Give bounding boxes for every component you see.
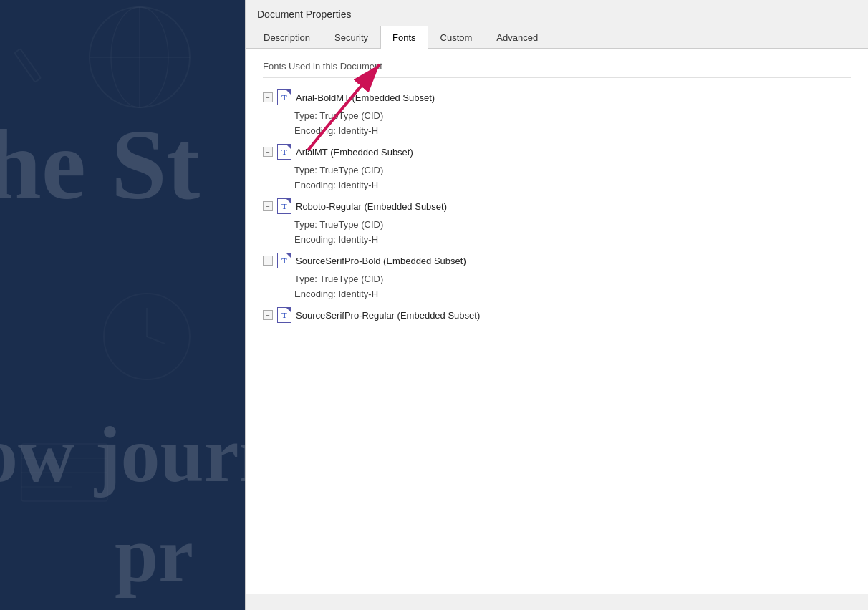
font-item-header: − T Roboto-Regular (Embedded Subset): [263, 198, 851, 214]
font-name: SourceSerifPro-Bold (Embedded Subset): [296, 256, 466, 266]
tab-description[interactable]: Description: [251, 26, 322, 49]
font-item-arial-bold: − T Arial-BoldMT (Embedded Subset) Type:…: [263, 89, 851, 138]
fonts-tab-content: Fonts Used in this Document − T Arial-Bo…: [246, 49, 868, 594]
font-details: Type: TrueType (CID) Encoding: Identity-…: [294, 163, 851, 193]
font-type-row: Type: TrueType (CID): [294, 163, 851, 178]
font-item-source-serif-bold: − T SourceSerifPro-Bold (Embedded Subset…: [263, 253, 851, 301]
collapse-button[interactable]: −: [263, 310, 273, 320]
font-details: Type: TrueType (CID) Encoding: Identity-…: [294, 217, 851, 247]
font-type-row: Type: TrueType (CID): [294, 217, 851, 232]
font-item-header: − T ArialMT (Embedded Subset): [263, 144, 851, 160]
font-item-header: − T Arial-BoldMT (Embedded Subset): [263, 89, 851, 105]
tab-custom[interactable]: Custom: [428, 26, 485, 49]
font-type-icon: T: [277, 89, 291, 105]
font-item-roboto: − T Roboto-Regular (Embedded Subset) Typ…: [263, 198, 851, 247]
font-name: ArialMT (Embedded Subset): [296, 147, 413, 158]
svg-line-7: [147, 337, 165, 344]
font-name: SourceSerifPro-Regular (Embedded Subset): [296, 310, 480, 321]
font-encoding-row: Encoding: Identity-H: [294, 286, 851, 301]
font-item-header: − T SourceSerifPro-Regular (Embedded Sub…: [263, 307, 851, 323]
svg-rect-4: [14, 49, 41, 82]
section-header: Fonts Used in this Document: [263, 61, 851, 78]
font-encoding-row: Encoding: Identity-H: [294, 123, 851, 138]
font-item-source-serif-regular: − T SourceSerifPro-Regular (Embedded Sub…: [263, 307, 851, 323]
font-type-icon: T: [277, 253, 291, 268]
bg-pattern-icons: [0, 0, 243, 610]
document-properties-dialog: Document Properties Description Security…: [245, 0, 868, 610]
font-name: Roboto-Regular (Embedded Subset): [296, 201, 447, 212]
font-item-arial: − T ArialMT (Embedded Subset) Type: True…: [263, 144, 851, 193]
font-type-icon: T: [277, 307, 291, 323]
tab-bar: Description Security Fonts Custom Advanc…: [246, 26, 868, 49]
dialog-title: Document Properties: [246, 0, 868, 26]
font-encoding-row: Encoding: Identity-H: [294, 178, 851, 193]
font-details: Type: TrueType (CID) Encoding: Identity-…: [294, 108, 851, 138]
tab-advanced[interactable]: Advanced: [484, 26, 550, 49]
font-type-icon: T: [277, 198, 291, 214]
font-details: Type: TrueType (CID) Encoding: Identity-…: [294, 271, 851, 301]
tab-security[interactable]: Security: [322, 26, 380, 49]
font-name: Arial-BoldMT (Embedded Subset): [296, 92, 435, 103]
font-encoding-row: Encoding: Identity-H: [294, 232, 851, 247]
font-type-row: Type: TrueType (CID): [294, 271, 851, 286]
collapse-button[interactable]: −: [263, 147, 273, 157]
font-type-icon: T: [277, 144, 291, 160]
tab-fonts[interactable]: Fonts: [380, 26, 428, 49]
collapse-button[interactable]: −: [263, 256, 273, 266]
collapse-button[interactable]: −: [263, 92, 273, 102]
font-type-row: Type: TrueType (CID): [294, 108, 851, 123]
font-tree: − T Arial-BoldMT (Embedded Subset) Type:…: [263, 89, 851, 323]
collapse-button[interactable]: −: [263, 201, 273, 211]
font-item-header: − T SourceSerifPro-Bold (Embedded Subset…: [263, 253, 851, 268]
